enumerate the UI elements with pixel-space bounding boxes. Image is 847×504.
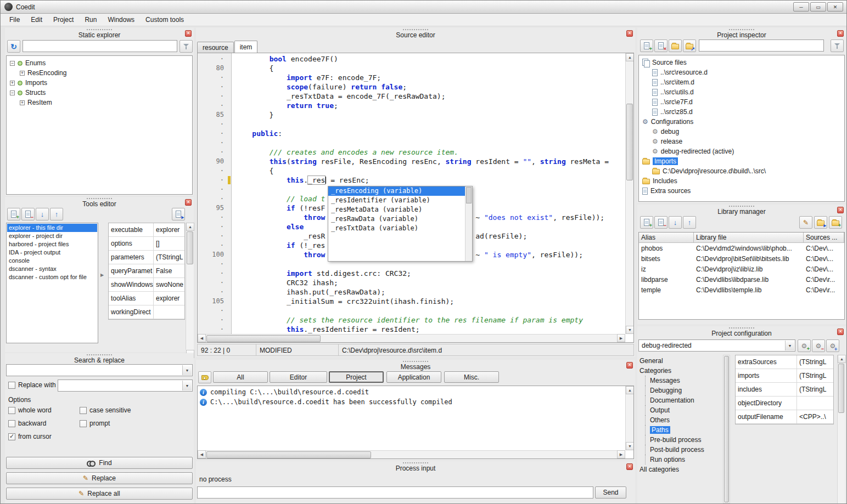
property-value[interactable]: (TStringL — [154, 251, 184, 264]
inspector-node-source-files[interactable]: Source files — [641, 58, 842, 67]
checkbox[interactable] — [8, 420, 15, 427]
code-line-82[interactable]: · scope(failure) return false; — [198, 82, 625, 92]
panel-close-button[interactable] — [626, 362, 633, 369]
panel-close-button[interactable] — [837, 30, 844, 37]
add-configuration-button[interactable]: + — [798, 339, 811, 352]
category-all-categories[interactable]: All categories — [640, 465, 722, 474]
option-from-cursor[interactable]: from cursor — [8, 433, 52, 440]
inspector-node-src-resource-d[interactable]: ..\src\resource.d — [641, 67, 842, 77]
panel-header[interactable]: Project inspector — [637, 28, 846, 39]
library-row-bitsets[interactable]: bitsetsC:\Dev\dproj\bitSet\lib\bitsets.l… — [639, 253, 844, 264]
add-source-button[interactable]: + — [640, 39, 653, 52]
option-prompt[interactable]: prompt — [80, 420, 110, 427]
replace-with-option[interactable]: Replace with — [8, 381, 56, 389]
panel-grip[interactable] — [729, 206, 754, 207]
code-line-85[interactable]: 85 } — [198, 110, 625, 120]
library-row-iz[interactable]: izC:\Dev\dproj\iz\lib\iz.libC:\Dev\... — [639, 264, 844, 274]
code-line-80[interactable]: 80 { — [198, 64, 625, 73]
code-line-104[interactable]: · ihash.put(_resRawData); — [198, 287, 625, 297]
tool-item-console[interactable]: console — [7, 257, 97, 265]
tree-node-resitem[interactable]: +ResItem — [8, 98, 191, 107]
tree-node-enums[interactable]: −Enums — [8, 58, 191, 68]
category-tree-scrollbar[interactable] — [723, 355, 730, 503]
property-value[interactable]: False — [154, 264, 184, 278]
property-value[interactable] — [797, 397, 833, 410]
scrollbar-thumb[interactable] — [206, 451, 371, 458]
panel-close-button[interactable] — [185, 199, 192, 206]
code-line-92[interactable]: · this._res = resEnc; — [198, 175, 625, 185]
tools-scrollbar[interactable]: ▲ ▼ — [186, 223, 194, 350]
code-line-103[interactable]: · CRC32 ihash; — [198, 278, 625, 287]
popup-scrollbar[interactable] — [465, 186, 472, 261]
message-row[interactable]: icompiling C:\...\build\resource.d.coedi… — [198, 387, 625, 397]
code-line-83[interactable]: · _resTxtData = encode_7F(_resRawData); — [198, 92, 625, 101]
code-line-84[interactable]: · return true; — [198, 101, 625, 110]
menu-item-custom-tools[interactable]: Custom tools — [140, 14, 189, 25]
panel-grip[interactable] — [729, 29, 754, 30]
category-pre-build-process[interactable]: Pre-build process — [645, 435, 722, 445]
scrollbar-thumb[interactable] — [206, 335, 321, 342]
property-value[interactable]: swoNone — [154, 278, 184, 291]
move-tool-up-button[interactable]: ↑ — [50, 208, 63, 220]
code-line-89[interactable]: · /// creates and encodes a new resource… — [198, 148, 625, 157]
code-line-88[interactable]: · — [198, 138, 625, 148]
open-folder-button[interactable]: ↗ — [683, 39, 696, 52]
menu-item-edit[interactable]: Edit — [25, 14, 48, 25]
property-name[interactable]: objectDirectory — [736, 397, 797, 410]
code-line-106[interactable]: · — [198, 306, 625, 315]
panel-close-button[interactable] — [185, 30, 192, 37]
inspector-node-release[interactable]: release — [641, 137, 842, 146]
property-name[interactable]: queryParamet — [109, 264, 154, 278]
completion-item-resmetadata[interactable]: _resMetaData (variable) — [328, 205, 465, 214]
add-tool-button[interactable]: + — [7, 208, 20, 220]
minimize-button[interactable]: ─ — [793, 2, 809, 12]
property-value[interactable]: explorer — [154, 292, 184, 305]
collapse-icon[interactable]: − — [10, 61, 15, 66]
option-backward[interactable]: backward — [8, 420, 46, 427]
panel-header[interactable]: Messages — [196, 360, 635, 371]
scroll-up-arrow[interactable]: ▲ — [186, 223, 194, 231]
remove-source-button[interactable]: × — [654, 39, 667, 52]
inspector-node-c-dev-dproj-resource-d-build-src[interactable]: C:\Dev\dproj\resource.d\build\..\src\ — [641, 166, 842, 176]
message-row[interactable]: iC:\...\build\resource.d.coedit has been… — [198, 397, 625, 407]
dropdown-arrow-icon[interactable] — [182, 381, 192, 390]
move-tool-down-button[interactable]: ↓ — [36, 208, 49, 220]
editor-horizontal-scrollbar[interactable]: ◀ ▶ — [198, 334, 625, 342]
category-output[interactable]: Output — [645, 405, 722, 415]
code-line-86[interactable]: · — [198, 120, 625, 129]
property-name[interactable]: imports — [736, 369, 797, 382]
property-value[interactable]: (TStringL — [797, 383, 833, 396]
property-value[interactable]: [] — [154, 237, 184, 250]
panel-close-button[interactable] — [837, 329, 844, 335]
message-list-box[interactable]: icompiling C:\...\build\resource.d.coedi… — [197, 386, 634, 459]
category-documentation[interactable]: Documentation — [645, 395, 722, 405]
property-value[interactable] — [154, 305, 184, 319]
tool-item-explorer-project-dir[interactable]: explorer - project dir — [7, 232, 97, 240]
replace-term-combobox[interactable] — [58, 380, 193, 392]
category-paths[interactable]: Paths — [645, 425, 722, 435]
panel-grip[interactable] — [87, 354, 112, 355]
symbol-filter-input[interactable] — [23, 40, 177, 52]
inspector-node-imports[interactable]: Imports — [641, 156, 842, 166]
panel-header[interactable]: Static explorer — [5, 28, 194, 39]
library-from-folder-button[interactable]: + — [829, 216, 842, 229]
code-line-102[interactable]: · import std.digest.crc: CRC32; — [198, 269, 625, 278]
property-name[interactable]: showWindows — [109, 278, 154, 291]
execute-tool-button[interactable]: ▸ — [172, 208, 185, 220]
library-row-temple[interactable]: templeC:\Dev\dlibs\temple.libC:\Dev\r... — [639, 285, 844, 295]
property-value[interactable]: (TStringL — [797, 369, 833, 382]
filter-button[interactable] — [831, 39, 844, 52]
scrollbar-thumb[interactable] — [838, 364, 844, 413]
remove-configuration-button[interactable]: − — [812, 339, 825, 352]
scrollbar-thumb[interactable] — [466, 187, 472, 203]
inspector-node-debug-redirected-active[interactable]: debug-redirected (active) — [641, 146, 842, 156]
column-header-library-file[interactable]: Library file — [694, 233, 804, 243]
close-button[interactable]: ✕ — [827, 2, 843, 12]
expand-icon[interactable]: + — [20, 71, 25, 76]
messages-horizontal-scrollbar[interactable]: ◀ ▶ — [198, 450, 625, 458]
panel-close-button[interactable] — [626, 463, 633, 470]
splitter-arrow-icon[interactable]: ▶ — [100, 273, 104, 278]
tree-node-structs[interactable]: −Structs — [8, 88, 191, 98]
tree-node-resencoding[interactable]: +ResEncoding — [8, 68, 191, 78]
tool-item-dscanner-syntax[interactable]: dscanner - syntax — [7, 265, 97, 273]
